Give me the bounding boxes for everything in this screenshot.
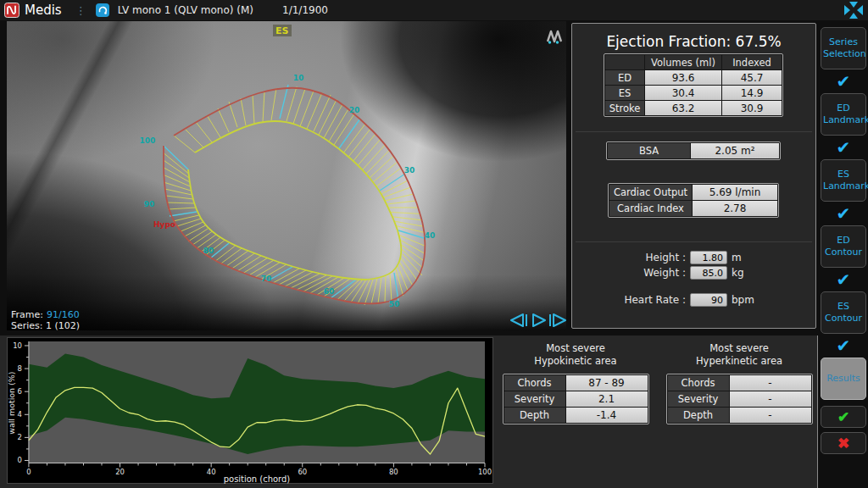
step-complete-check-icon: ✔ [837,138,851,157]
play-button[interactable] [533,314,545,326]
step-es-landmarks[interactable]: ES Landmarks [821,159,866,202]
volumes-table: Volumes (ml) Indexed ED 93.6 45.7 ES 30.… [604,53,783,117]
height-unit: m [732,252,742,263]
chords-value: 87 - 89 [566,375,648,391]
frame-value: 91/160 [47,309,80,320]
cancel-x-icon: ✖ [837,435,849,452]
svg-text:100: 100 [140,136,156,145]
cardiac-index-label: Cardiac Index [609,201,692,216]
svg-text:10: 10 [293,74,304,82]
height-field[interactable] [690,251,727,264]
es-volume: 30.4 [645,86,721,100]
heart-rate-label: Heart Rate : [572,294,686,306]
svg-text:20: 20 [349,106,360,114]
stroke-indexed: 30.9 [722,101,782,115]
step-results[interactable]: Results [821,358,866,400]
row-ed-label: ED [605,70,644,85]
bsa-table: BSA 2.05 m² [606,141,781,160]
svg-text:80: 80 [203,247,214,255]
svg-text:60: 60 [324,287,335,296]
svg-text:2: 2 [18,433,22,441]
severity-label: Severity [668,391,729,407]
svg-text:8: 8 [18,364,22,373]
severity-value: - [730,391,811,407]
heart-rate-field[interactable] [690,293,727,307]
svg-text:10: 10 [13,341,22,350]
step-complete-check-icon: ✔ [837,336,851,355]
step-ed-contour[interactable]: ED Contour [821,225,866,268]
workflow-sidebar: Series Selection ✔ ED Landmarks ✔ ES Lan… [819,21,868,488]
svg-text:20: 20 [115,468,125,476]
hyperkinetic-table: Chords - Severity - Depth - [666,374,813,424]
row-es-label: ES [605,86,644,100]
svg-text:50: 50 [389,300,400,308]
severity-value: 2.1 [566,391,648,407]
ed-volume: 93.6 [645,70,721,85]
svg-text:80: 80 [389,468,398,476]
study-type-icon[interactable] [96,3,109,17]
svg-text:40: 40 [207,468,216,476]
app-name: Medis [25,3,62,18]
es-indexed: 14.9 [722,86,782,100]
svg-text:wall motion (%): wall motion (%) [8,372,16,435]
svg-text:40: 40 [425,231,436,240]
collapse-panels-icon[interactable] [843,1,864,19]
hypokinetic-title-line1: Most severe [546,342,605,355]
medis-logo-icon [4,3,19,18]
next-frame-button[interactable] [550,314,565,326]
lv-contours [164,85,426,305]
study-label: LV mono 1 (QLV mono) (M) [118,4,253,16]
frame-label: Frame: [11,309,43,320]
svg-text:90: 90 [144,200,155,208]
svg-text:0: 0 [26,468,31,476]
svg-text:100: 100 [478,468,492,476]
depth-value: -1.4 [566,408,648,423]
cardiac-table: Cardiac Output 5.69 l/min Cardiac Index … [608,183,779,218]
contour-overlay: ES 102030405060708090100 Hypo Frame: 91/… [7,21,566,330]
svg-text:6: 6 [18,387,22,396]
svg-text:60: 60 [298,468,307,476]
col-indexed: Indexed [722,55,782,69]
depth-label: Depth [504,408,565,423]
ed-indexed: 45.7 [722,70,782,85]
hyperkinetic-title-line2: Hyperkinetic area [696,355,782,368]
svg-text:4: 4 [18,410,22,419]
previous-frame-button[interactable] [511,314,526,326]
hypokinetic-table: Chords 87 - 89 Severity 2.1 Depth -1.4 [503,374,649,424]
cardiac-index-value: 2.78 [693,201,777,216]
accept-check-icon: ✔ [837,409,849,425]
hypokinetic-area-group: Most severe Hypokinetic area Chords 87 -… [500,342,651,424]
hyperkinetic-title-line1: Most severe [709,342,769,355]
cardiac-output-label: Cardiac Output [609,185,692,200]
bsa-label: BSA [608,143,690,158]
kebab-menu-icon[interactable]: ⋮ [75,4,86,17]
weight-field[interactable] [690,266,727,280]
medis-watermark-icon [548,31,561,44]
svg-text:30: 30 [404,166,415,175]
step-ed-landmarks[interactable]: ED Landmarks [821,93,866,136]
depth-value: - [730,408,811,423]
app-titlebar: Medis ⋮ LV mono 1 (QLV mono) (M) 1/1/190… [0,0,868,20]
angiogram-viewport[interactable]: ES 102030405060708090100 Hypo Frame: 91/… [7,21,566,330]
hypokinetic-label: Hypo [153,220,175,229]
chords-value: - [730,375,811,391]
accept-button[interactable]: ✔ [821,406,866,428]
step-series-selection[interactable]: Series Selection [821,27,866,69]
svg-text:position (chord): position (chord) [224,474,291,484]
stroke-volume: 63.2 [645,101,721,115]
chords-label: Chords [504,375,565,391]
weight-unit: kg [732,267,744,279]
series-label: Series: 1 (102) [11,320,80,330]
step-complete-check-icon: ✔ [837,204,851,223]
chords-label: Chords [668,375,729,391]
cardiac-output-value: 5.69 l/min [693,185,777,200]
study-date: 1/1/1900 [282,4,328,16]
cancel-button[interactable]: ✖ [821,432,866,454]
severity-label: Severity [504,391,565,407]
height-label: Height : [572,252,686,263]
hypokinetic-title-line2: Hypokinetic area [534,355,616,368]
analysis-bottom-panel: 0204060801000246810position (chord)wall … [0,336,818,488]
section-divider [576,131,812,132]
heart-rate-unit: bpm [732,294,754,306]
step-es-contour[interactable]: ES Contour [821,291,866,334]
